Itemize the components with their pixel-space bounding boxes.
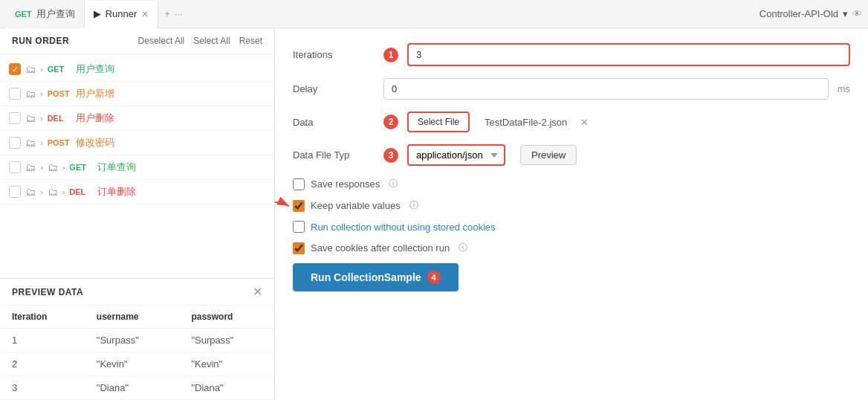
cell-username: "Surpass": [85, 329, 180, 352]
list-item[interactable]: 🗂 › POST 用户新增: [0, 82, 274, 106]
cell-iteration: 1: [0, 329, 85, 352]
list-item[interactable]: 🗂 › 🗂 › DEL 订单删除: [0, 180, 274, 204]
checkbox-item-3[interactable]: [9, 112, 21, 124]
iterations-label: Iterations: [293, 49, 375, 60]
left-panel: RUN ORDER Deselect All Select All Reset …: [0, 28, 275, 400]
cell-iteration: 3: [0, 376, 85, 400]
step-badge-4: 4: [427, 271, 441, 284]
remove-file-button[interactable]: ✕: [580, 117, 589, 128]
step-badge-1: 1: [383, 48, 398, 62]
keep-variable-checkbox[interactable]: [293, 200, 305, 212]
right-panel: Iterations 1 Delay ms Data 2 Select File…: [275, 28, 868, 400]
folder-icon: 🗂: [25, 137, 36, 149]
step-badge-3: 3: [383, 148, 398, 163]
table-row: 1 "Surpass" "Surpass": [0, 329, 274, 352]
tab-runner-label: Runner: [106, 8, 137, 19]
run-collection-button[interactable]: Run CollectionSample 4: [293, 263, 459, 291]
eye-icon[interactable]: 👁: [852, 8, 862, 19]
no-cookies-link[interactable]: Run collection without using stored cook…: [311, 222, 496, 233]
info-icon[interactable]: ⓘ: [389, 178, 398, 190]
chevron-right-icon: ›: [40, 187, 43, 196]
chevron-right-icon: ›: [62, 163, 65, 172]
method-get-badge: GET: [69, 163, 93, 172]
list-item[interactable]: 🗂 › GET 用户查询: [0, 57, 274, 82]
tab-actions: + ···: [158, 8, 188, 19]
method-del-badge: DEL: [48, 114, 71, 123]
checkbox-item-6[interactable]: [9, 186, 21, 198]
method-post-badge: POST: [48, 89, 71, 98]
folder-icon: 🗂: [25, 186, 36, 198]
run-order-header: RUN ORDER Deselect All Select All Reset: [0, 28, 274, 54]
select-file-button[interactable]: Select File: [407, 112, 470, 132]
folder-icon-nested: 🗂: [48, 161, 58, 173]
close-tab-icon[interactable]: ✕: [141, 9, 149, 19]
chevron-right-icon: ›: [40, 89, 43, 98]
deselect-all-button[interactable]: Deselect All: [138, 36, 185, 46]
save-responses-checkbox[interactable]: [293, 178, 305, 190]
list-item[interactable]: 🗂 › POST 修改密码: [0, 131, 274, 155]
no-cookies-checkbox[interactable]: [293, 221, 305, 233]
save-cookies-label[interactable]: Save cookies after collection run: [311, 242, 450, 254]
request-name: 用户查询: [76, 62, 114, 76]
chevron-right-icon: ›: [40, 65, 43, 74]
cell-password: "Diana": [179, 376, 274, 400]
preview-button[interactable]: Preview: [520, 145, 577, 165]
checkbox-item-4[interactable]: [9, 137, 21, 149]
add-tab-button[interactable]: +: [164, 8, 170, 19]
checkbox-item-5[interactable]: [9, 161, 21, 173]
method-badge-get: GET: [15, 10, 32, 19]
data-row: Data 2 Select File TestDataFile-2.json ✕: [293, 112, 850, 132]
workspace-selector[interactable]: Controller-API-Old ▾ 👁: [760, 8, 862, 19]
data-file-type-select[interactable]: application/json text/csv: [407, 144, 505, 166]
cell-username: "Kevin": [85, 352, 180, 376]
chevron-right-icon: ›: [40, 163, 43, 172]
chevron-right-icon: ›: [40, 114, 43, 123]
info-icon-keep[interactable]: ⓘ: [409, 199, 418, 212]
checkbox-item-2[interactable]: [9, 88, 21, 100]
no-cookies-label[interactable]: Run collection without using stored cook…: [311, 222, 496, 233]
save-responses-row: Save responses ⓘ: [293, 178, 850, 190]
folder-icon: 🗂: [25, 88, 36, 100]
save-cookies-row: Save cookies after collection run ⓘ: [293, 242, 850, 254]
preview-section: PREVIEW DATA ✕ Iteration username passwo…: [0, 278, 274, 400]
request-name: 用户新增: [76, 87, 114, 100]
arrow-annotation: [275, 195, 293, 217]
info-icon-cookies[interactable]: ⓘ: [459, 242, 467, 254]
checkbox-item-1[interactable]: [9, 63, 21, 75]
tab-runner[interactable]: ▶ Runner ✕: [85, 1, 159, 29]
data-label: Data: [293, 117, 375, 128]
delay-input[interactable]: [383, 78, 829, 100]
preview-close-button[interactable]: ✕: [253, 285, 262, 299]
iterations-input[interactable]: [407, 43, 850, 66]
list-item[interactable]: 🗂 › 🗂 › GET 订单查询: [0, 155, 274, 180]
request-name: 修改密码: [76, 136, 114, 149]
more-tabs-button[interactable]: ···: [175, 8, 183, 19]
folder-icon: 🗂: [25, 112, 36, 124]
folder-icon: 🗂: [25, 63, 36, 75]
folder-icon: 🗂: [25, 161, 36, 173]
list-item[interactable]: 🗂 › DEL 用户删除: [0, 106, 274, 131]
method-del-badge: DEL: [69, 187, 93, 196]
run-order-actions: Deselect All Select All Reset: [138, 36, 262, 46]
file-name-label: TestDataFile-2.json: [485, 117, 567, 128]
select-all-button[interactable]: Select All: [193, 36, 230, 46]
runner-icon: ▶: [94, 8, 101, 19]
reset-button[interactable]: Reset: [239, 36, 262, 46]
table-row: 2 "Kevin" "Kevin": [0, 352, 274, 376]
delay-label: Delay: [293, 83, 375, 94]
table-row: 3 "Diana" "Diana": [0, 376, 274, 400]
cell-password: "Surpass": [179, 329, 274, 352]
no-cookies-row: Run collection without using stored cook…: [293, 221, 850, 233]
preview-title: PREVIEW DATA: [12, 287, 83, 297]
method-post-badge: POST: [48, 138, 71, 147]
tab-get-query[interactable]: GET 用户查询: [6, 0, 85, 28]
tab-label: 用户查询: [36, 7, 75, 21]
folder-icon-nested: 🗂: [48, 186, 58, 198]
request-name: 用户删除: [76, 112, 114, 125]
preview-header: PREVIEW DATA ✕: [0, 279, 274, 306]
keep-variable-label[interactable]: Keep variable values: [311, 200, 401, 211]
save-cookies-checkbox[interactable]: [293, 242, 305, 254]
save-responses-label[interactable]: Save responses: [311, 178, 380, 190]
delay-row: Delay ms: [293, 78, 850, 100]
main-layout: RUN ORDER Deselect All Select All Reset …: [0, 28, 868, 400]
